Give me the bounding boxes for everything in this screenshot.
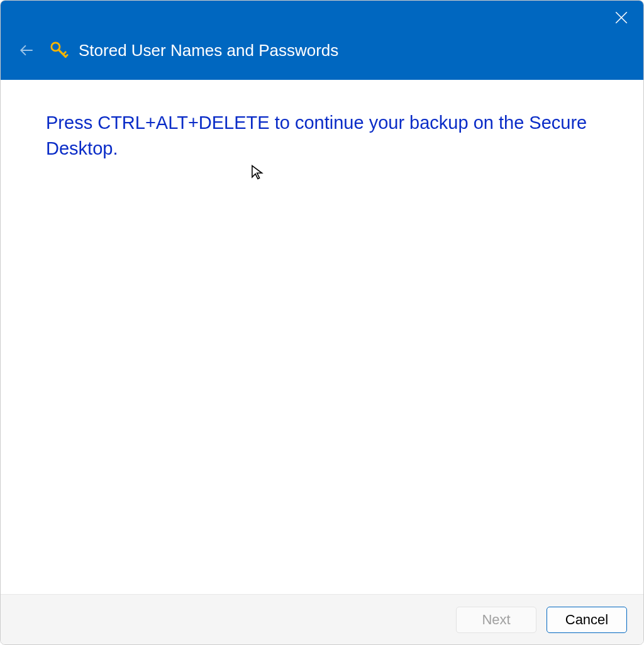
- back-arrow-icon[interactable]: [17, 41, 36, 60]
- mouse-cursor-icon: [250, 164, 266, 180]
- wizard-window: Stored User Names and Passwords Press CT…: [0, 0, 644, 645]
- footer-bar: Next Cancel: [1, 594, 643, 644]
- key-icon: [50, 41, 69, 60]
- header-bar: Stored User Names and Passwords: [1, 1, 643, 80]
- title-bar-controls: [1, 1, 643, 35]
- next-button: Next: [456, 607, 536, 633]
- svg-line-5: [64, 52, 66, 55]
- wizard-title: Stored User Names and Passwords: [79, 41, 338, 60]
- cancel-button[interactable]: Cancel: [547, 607, 627, 633]
- close-icon[interactable]: [613, 9, 630, 26]
- svg-line-6: [65, 55, 67, 57]
- instruction-text: Press CTRL+ALT+DELETE to continue your b…: [46, 110, 598, 162]
- header-title-row: Stored User Names and Passwords: [1, 35, 643, 66]
- content-area: Press CTRL+ALT+DELETE to continue your b…: [1, 80, 643, 594]
